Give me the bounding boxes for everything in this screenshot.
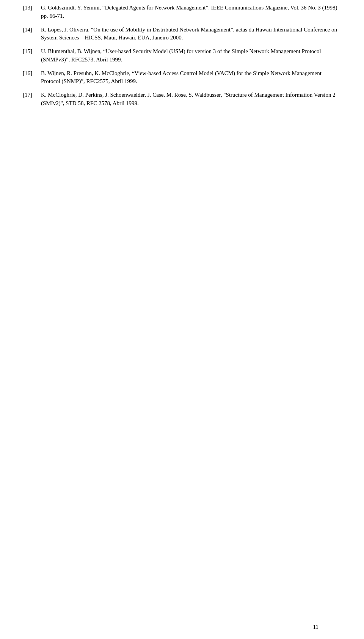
page-number: 11 xyxy=(313,623,318,631)
references-list: [13] G. Goldszmidt, Y. Yemini, “Delegate… xyxy=(23,4,341,108)
ref-number-17: [17] xyxy=(23,91,41,99)
ref-content-17: K. McCloghrie, D. Perkins, J. Schoenwael… xyxy=(41,91,341,108)
ref-content-14: R. Lopes, J. Oliveira, “On the use of Mo… xyxy=(41,26,341,42)
ref-content-15: U. Blumenthal, B. Wijnen, “User-based Se… xyxy=(41,47,341,64)
ref-content-16: B. Wijnen, R. Presuhn, K. McCloghrie, “V… xyxy=(41,69,341,86)
list-item: [16] B. Wijnen, R. Presuhn, K. McCloghri… xyxy=(23,69,341,86)
list-item: [13] G. Goldszmidt, Y. Yemini, “Delegate… xyxy=(23,4,341,20)
ref-number-13: [13] xyxy=(23,4,41,12)
list-item: [17] K. McCloghrie, D. Perkins, J. Schoe… xyxy=(23,91,341,108)
list-item: [14] R. Lopes, J. Oliveira, “On the use … xyxy=(23,26,341,42)
ref-number-14: [14] xyxy=(23,26,41,34)
ref-number-16: [16] xyxy=(23,69,41,78)
ref-number-15: [15] xyxy=(23,47,41,56)
ref-content-13: G. Goldszmidt, Y. Yemini, “Delegated Age… xyxy=(41,4,341,20)
list-item: [15] U. Blumenthal, B. Wijnen, “User-bas… xyxy=(23,47,341,64)
page-wrapper: [13] G. Goldszmidt, Y. Yemini, “Delegate… xyxy=(23,4,341,639)
